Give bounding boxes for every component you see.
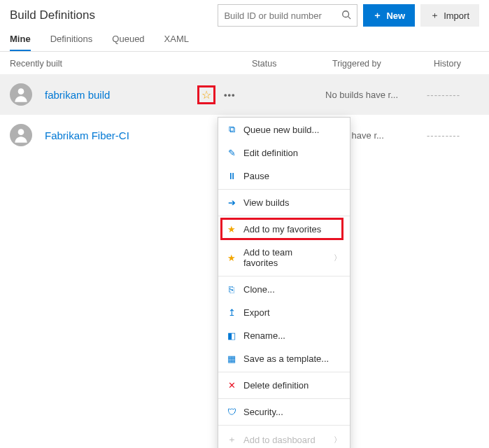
import-button-label: Import	[444, 10, 469, 21]
star-icon: ★	[227, 253, 236, 263]
menu-separator	[218, 189, 350, 190]
chevron-right-icon: 〉	[334, 253, 341, 263]
menu-add-my-favorites[interactable]: ★ Add to my favorites	[218, 218, 350, 241]
history-cell: ---------	[427, 90, 483, 100]
menu-separator	[218, 425, 350, 426]
svg-point-3	[18, 129, 24, 135]
menu-label: Edit definition	[243, 148, 298, 158]
delete-icon: ✕	[227, 380, 236, 391]
menu-label: Save as a template...	[243, 354, 329, 364]
rename-icon: ◧	[227, 330, 236, 341]
search-input[interactable]	[224, 10, 341, 21]
favorite-highlight: ☆	[197, 85, 215, 104]
svg-point-2	[18, 88, 24, 94]
star-outline-icon[interactable]: ☆	[201, 88, 211, 102]
menu-security[interactable]: 🛡 Security...	[218, 400, 350, 424]
menu-label: Clone...	[243, 284, 275, 295]
copy-icon: ⎘	[227, 284, 236, 295]
menu-view-builds[interactable]: ➔ View builds	[218, 191, 350, 214]
col-status: Status	[252, 59, 332, 69]
column-headers: Recently built Status Triggered by Histo…	[0, 52, 489, 74]
search-box[interactable]	[218, 4, 357, 27]
import-button[interactable]: ＋ Import	[420, 4, 479, 27]
menu-separator	[218, 398, 350, 399]
menu-label: Add to team favorites	[243, 247, 327, 268]
triggered-cell: No builds have r...	[325, 90, 427, 100]
tabs: Mine Definitions Queued XAML	[0, 27, 489, 52]
col-history: History	[434, 59, 489, 69]
star-icon: ★	[227, 224, 236, 234]
menu-add-dashboard: ＋ Add to dashboard 〉	[218, 427, 350, 448]
page-title: Build Definitions	[10, 8, 212, 22]
svg-point-0	[343, 10, 349, 17]
new-button[interactable]: ＋ New	[363, 4, 415, 27]
menu-save-template[interactable]: ▦ Save as a template...	[218, 347, 350, 370]
queue-icon: ⧉	[227, 124, 236, 135]
col-triggered-by: Triggered by	[332, 59, 434, 69]
menu-edit[interactable]: ✎ Edit definition	[218, 141, 350, 164]
avatar	[10, 83, 32, 106]
chevron-right-icon: 〉	[334, 435, 341, 445]
col-recent: Recently built	[10, 59, 252, 69]
build-link[interactable]: Fabrikam Fiber-CI	[45, 130, 197, 141]
history-cell: ---------	[427, 130, 483, 141]
menu-queue-build[interactable]: ⧉ Queue new build...	[218, 118, 350, 141]
build-link[interactable]: fabrikam build	[45, 89, 197, 101]
menu-separator	[218, 216, 350, 216]
arrow-right-icon: ➔	[227, 197, 236, 208]
tab-definitions[interactable]: Definitions	[50, 34, 93, 51]
menu-label: Add to my favorites	[243, 224, 321, 234]
template-icon: ▦	[227, 354, 236, 364]
menu-label: Delete definition	[243, 380, 309, 391]
tab-mine[interactable]: Mine	[10, 34, 31, 51]
menu-label: Export	[243, 307, 270, 318]
shield-icon: 🛡	[227, 407, 236, 417]
menu-delete[interactable]: ✕ Delete definition	[218, 374, 350, 397]
search-icon[interactable]	[341, 10, 351, 22]
plus-icon: ＋	[227, 433, 236, 446]
pencil-icon: ✎	[227, 148, 236, 158]
table-row[interactable]: fabrikam build ☆ ••• No builds have r...…	[0, 74, 489, 115]
menu-separator	[218, 276, 350, 276]
plus-icon: ＋	[373, 9, 382, 22]
menu-clone[interactable]: ⎘ Clone...	[218, 278, 350, 301]
menu-separator	[218, 372, 350, 372]
menu-label: View builds	[243, 197, 290, 208]
menu-export[interactable]: ↥ Export	[218, 301, 350, 324]
svg-line-1	[348, 16, 351, 19]
plus-icon: ＋	[430, 9, 439, 22]
export-icon: ↥	[227, 307, 236, 318]
menu-label: Pause	[243, 171, 269, 181]
context-menu: ⧉ Queue new build... ✎ Edit definition ⏸…	[218, 117, 350, 448]
menu-rename[interactable]: ◧ Rename...	[218, 324, 350, 347]
menu-label: Queue new build...	[243, 125, 319, 135]
avatar	[10, 124, 32, 146]
menu-label: Rename...	[243, 330, 285, 341]
menu-pause[interactable]: ⏸ Pause	[218, 164, 350, 188]
tab-xaml[interactable]: XAML	[164, 34, 189, 51]
menu-label: Add to dashboard	[243, 435, 316, 445]
pause-icon: ⏸	[227, 171, 236, 181]
menu-add-team-favorites[interactable]: ★ Add to team favorites 〉	[218, 241, 350, 274]
tab-queued[interactable]: Queued	[112, 34, 144, 51]
new-button-label: New	[386, 10, 405, 21]
more-icon[interactable]: •••	[224, 90, 236, 100]
menu-label: Security...	[243, 407, 283, 417]
